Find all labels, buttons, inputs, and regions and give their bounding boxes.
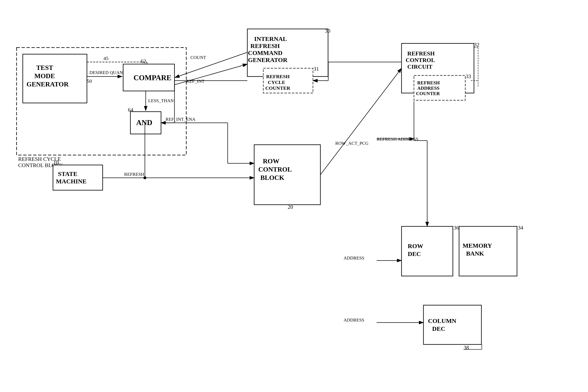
- num-62: 62: [141, 58, 146, 64]
- address-label1: ADDRESS: [344, 255, 364, 260]
- num-45: 45: [104, 56, 108, 61]
- irc-label3: COMMAND: [248, 50, 282, 56]
- cdec-label1: COLUMN: [428, 317, 456, 324]
- rac-label2: ADDRESS: [417, 86, 439, 91]
- num-10: 10: [53, 160, 59, 166]
- rac-label1: REFRESH: [417, 80, 440, 86]
- rcc-label2: CYCLE: [268, 80, 285, 85]
- mb-label1: MEMORY: [463, 242, 492, 249]
- rdec-label2: DEC: [408, 250, 421, 257]
- rcc2-label2: CONTROL: [406, 57, 435, 63]
- refresh-label: REFRESH: [124, 172, 144, 177]
- num-30: 30: [325, 28, 330, 34]
- irc-label4: GENERATOR: [248, 56, 287, 63]
- cdec-label2: DEC: [432, 325, 445, 332]
- irc-label1: INTERNAL: [254, 35, 287, 42]
- num-34: 34: [518, 225, 523, 231]
- row-act-pcg-label: ROW_ACT_PCG: [335, 140, 368, 146]
- and-label: AND: [136, 118, 152, 127]
- rdec-label1: ROW: [408, 242, 423, 249]
- test-mode-label2: MODE: [34, 72, 55, 80]
- sm-label1: STATE: [58, 170, 77, 177]
- irc-label2: REFRESH: [250, 42, 280, 49]
- diagram-container: REFRESH CYCLE CONTROL BLOCK TEST MODE GE…: [0, 0, 588, 392]
- address-label2: ADDRESS: [344, 317, 364, 322]
- num-64: 64: [128, 107, 133, 113]
- num-33: 33: [466, 74, 471, 80]
- rcb-label2: CONTROL: [258, 166, 292, 173]
- num-50: 50: [87, 78, 92, 84]
- num-38: 38: [464, 345, 469, 351]
- rcc2-label1: REFRESH: [407, 50, 435, 57]
- test-mode-label3: GENERATOR: [27, 80, 69, 88]
- less-than-label: LESS_THAN: [148, 98, 174, 103]
- rcb-label1: ROW: [263, 157, 279, 165]
- rcc-label3: COUNTER: [265, 86, 290, 91]
- circuit-diagram: REFRESH CYCLE CONTROL BLOCK TEST MODE GE…: [0, 0, 588, 392]
- num-20: 20: [288, 204, 293, 210]
- num-36: 36: [454, 225, 459, 231]
- compare-label: COMPARE: [134, 74, 171, 82]
- rcc2-label3: CIRCUIT: [407, 64, 433, 70]
- rcb-label3: BLOCK: [260, 174, 284, 181]
- count-label: COUNT: [190, 55, 206, 60]
- rcc-label1: REFRESH: [266, 74, 290, 79]
- desired-quan-label: DESIRED QUAN: [89, 70, 123, 75]
- test-mode-label1: TEST: [36, 64, 53, 71]
- mb-label2: BANK: [466, 250, 484, 257]
- column-dec-box: [423, 305, 481, 344]
- sm-label2: MACHINE: [56, 178, 87, 185]
- num-32: 32: [474, 42, 479, 48]
- ref-int-ena-label: REF_INT_ENA: [166, 116, 195, 122]
- num-31: 31: [314, 66, 319, 72]
- rac-label3: COUNTER: [416, 91, 440, 96]
- state-machine-box: [53, 165, 103, 190]
- ref-int-label: REF_INT: [186, 78, 205, 84]
